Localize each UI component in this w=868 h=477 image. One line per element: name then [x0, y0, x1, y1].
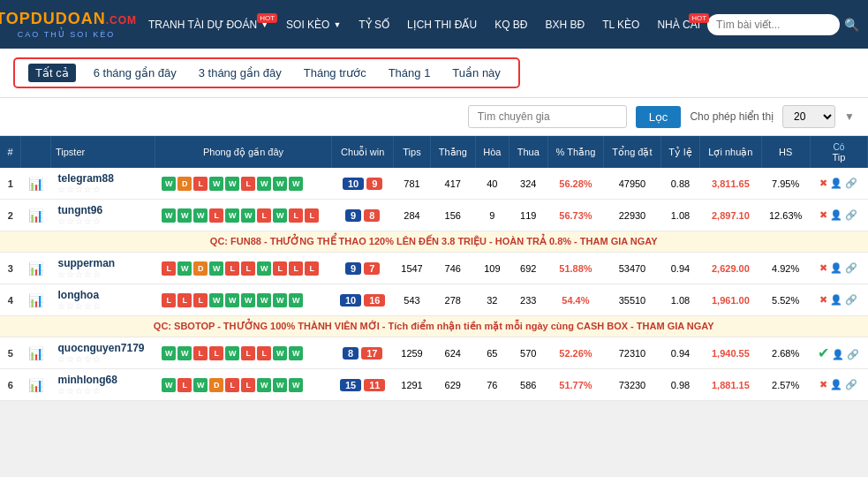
nav-item-soi-kèo[interactable]: SOI KÈO▼ [279, 13, 348, 36]
person-icon[interactable]: 👤 [830, 379, 842, 390]
search-expert-input[interactable] [468, 105, 627, 128]
chart-bar-icon[interactable]: 📊 [28, 293, 43, 307]
chain-win-badge: 8 [343, 347, 359, 360]
tipster-name[interactable]: supperman [57, 257, 147, 269]
form-badge: W [273, 378, 287, 392]
cell-chart-icon[interactable]: 📊 [20, 168, 50, 200]
cell-tipster: minhlong68 ☆☆☆☆☆ [50, 369, 155, 401]
col-loi-nhuan: Lợi nhuận [700, 136, 761, 168]
form-badge: W [225, 346, 239, 360]
cell-tipster: tungnt96 ☆☆☆☆☆ [50, 200, 155, 231]
cell-form: WDLWWLWWW [155, 168, 331, 200]
cell-ty-le: 1.08 [660, 200, 700, 231]
tipster-name[interactable]: tungnt96 [57, 204, 147, 216]
chart-bar-icon[interactable]: 📊 [28, 208, 43, 223]
nav-item-tranh-tài-dự-đoán[interactable]: TRANH TÀI DỰ ĐOÁN▼HOT [141, 13, 275, 36]
form-badge: W [162, 208, 176, 223]
cell-tong-dat: 72310 [604, 337, 660, 369]
person-icon[interactable]: 👤 [830, 262, 842, 273]
tipster-name[interactable]: minhlong68 [57, 374, 147, 386]
col-co-tip: CóTip [810, 136, 867, 168]
form-badge: L [241, 177, 255, 191]
form-badge: L [162, 293, 176, 307]
cell-tipster: quocnguyen7179 ☆☆☆☆☆ [50, 337, 155, 369]
chart-bar-icon[interactable]: 📊 [28, 177, 43, 191]
nav-item-lịch-thi-đấu[interactable]: LỊCH THI ĐẤU [400, 13, 484, 36]
share-icon[interactable]: 🔗 [847, 349, 859, 360]
tipster-name[interactable]: telegram88 [57, 172, 147, 185]
chart-bar-icon[interactable]: 📊 [28, 261, 43, 276]
cell-rank: 2 [0, 200, 20, 231]
cell-tips: 1291 [394, 369, 431, 401]
search-input[interactable] [707, 14, 840, 35]
chevron-down-icon: ▼ [844, 110, 855, 123]
nav-item-tl-kèo[interactable]: TL KÈO [595, 13, 646, 36]
cell-rank: 4 [0, 284, 20, 316]
filter-tab-2[interactable]: 3 tháng gần đây [194, 64, 286, 82]
chain-win-badge: 9 [345, 209, 361, 222]
share-icon[interactable]: 🔗 [845, 262, 857, 273]
cell-hoa: 40 [475, 168, 509, 200]
cell-chart-icon[interactable]: 📊 [20, 253, 50, 284]
ad-text[interactable]: QC: SBOTOP - THƯỞNG 100% THÀNH VIÊN MỚI … [0, 316, 868, 337]
form-badge: W [209, 261, 223, 276]
person-icon[interactable]: 👤 [830, 209, 842, 220]
tipster-name[interactable]: longhoa [57, 289, 147, 301]
filter-tab-3[interactable]: Tháng trước [299, 64, 371, 82]
col-thua: Thua [509, 136, 547, 168]
person-icon[interactable]: 👤 [832, 349, 844, 360]
cell-rank: 6 [0, 369, 20, 401]
x-icon: ✖ [819, 294, 827, 305]
form-badge: W [193, 208, 208, 223]
loc-button[interactable]: Lọc [636, 106, 682, 128]
form-badge: L [241, 378, 255, 392]
logo-text: TOPDUDOAN.COM [0, 10, 137, 28]
person-icon[interactable]: 👤 [830, 178, 842, 188]
cell-chart-icon[interactable]: 📊 [20, 284, 50, 316]
col-tong-dat: Tổng đặt [604, 136, 660, 168]
ad-text[interactable]: QC: FUN88 - THƯỞNG THỂ THAO 120% LÊN ĐẾN… [0, 231, 868, 253]
form-badge: L [289, 261, 303, 276]
form-badge: L [289, 208, 303, 223]
form-badge: L [193, 346, 208, 360]
cell-thua: 324 [509, 168, 547, 200]
person-icon[interactable]: 👤 [830, 294, 842, 305]
col-chart [20, 136, 50, 168]
cell-chart-icon[interactable]: 📊 [20, 200, 50, 231]
form-badge: L [225, 261, 239, 276]
share-icon[interactable]: 🔗 [845, 294, 857, 305]
col-phong-do: Phong độ gần đây [155, 136, 331, 168]
form-badge: W [177, 261, 192, 276]
tipster-table: # Tipster Phong độ gần đây Chuỗi win Tip… [0, 136, 868, 401]
share-icon[interactable]: 🔗 [845, 178, 857, 188]
cell-chart-icon[interactable]: 📊 [20, 369, 50, 401]
share-icon[interactable]: 🔗 [845, 379, 857, 390]
form-badge: W [273, 293, 287, 307]
nav-item-kq-bđ[interactable]: KQ BĐ [487, 13, 534, 36]
tipster-name[interactable]: quocnguyen7179 [57, 342, 147, 354]
filter-tab-1[interactable]: 6 tháng gần đây [89, 64, 181, 82]
filter-tab-5[interactable]: Tuần này [448, 64, 505, 82]
tipster-stars: ☆☆☆☆☆ [57, 269, 147, 279]
nav-item-nhà-cái[interactable]: NHÀ CÁIHOT [650, 13, 707, 36]
nav-item-tỷ-số[interactable]: TỶ SỐ [351, 13, 396, 36]
cell-hs: 4.92% [761, 253, 810, 284]
form-badge: W [273, 346, 287, 360]
chart-bar-icon[interactable]: 📊 [28, 378, 43, 392]
cell-tips: 781 [394, 168, 431, 200]
display-select[interactable]: 20 50 100 [782, 105, 835, 128]
cell-chart-icon[interactable]: 📊 [20, 337, 50, 369]
display-label: Cho phép hiển thị [690, 110, 774, 123]
tipster-stars: ☆☆☆☆☆ [57, 185, 147, 194]
cell-co-tip: ✖ 👤 🔗 [810, 200, 867, 231]
col-tipster: Tipster [50, 136, 155, 168]
table-row: 5 📊 quocnguyen7179 ☆☆☆☆☆ WWLLWLLWW 8 17 … [0, 337, 868, 369]
chart-bar-icon[interactable]: 📊 [28, 346, 43, 360]
filter-tab-0[interactable]: Tất cả [28, 64, 76, 82]
filter-tab-4[interactable]: Tháng 1 [384, 64, 435, 82]
cell-chain: 9 8 [332, 200, 394, 231]
search-icon[interactable]: 🔍 [844, 18, 859, 32]
main-nav: TRANH TÀI DỰ ĐOÁN▼HOTSOI KÈO▼TỶ SỐLỊCH T… [141, 13, 707, 36]
share-icon[interactable]: 🔗 [845, 209, 857, 220]
nav-item-bxh-bđ[interactable]: BXH BĐ [538, 13, 592, 36]
